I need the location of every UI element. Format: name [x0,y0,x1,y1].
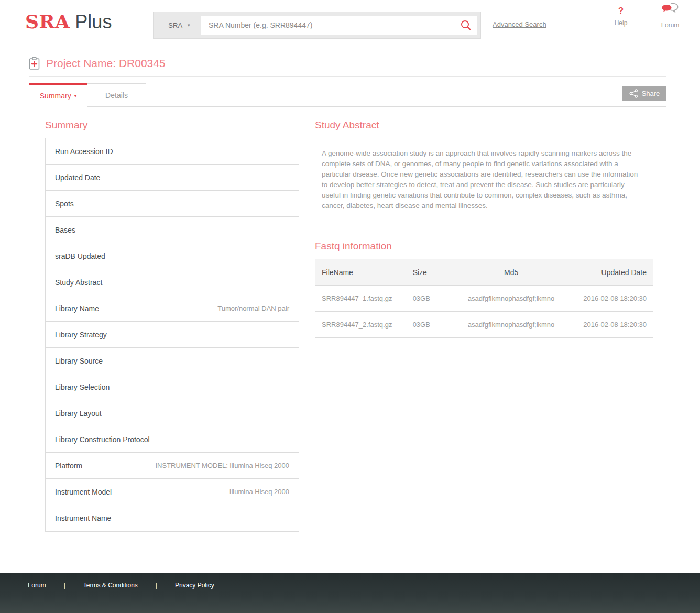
row-value: Illumina Hiseq 2000 [229,488,289,496]
row-value: Tumor/normal DAN pair [217,304,289,312]
tab-details-label: Details [105,91,128,100]
row-label: Bases [55,226,75,234]
search-input[interactable] [201,21,455,29]
col-header-size: Size [407,259,454,286]
row-label: Instrument Name [55,514,111,522]
col-header-md5: Md5 [454,259,568,286]
tab-summary[interactable]: Summary ▾ [29,83,88,107]
tab-summary-label: Summary [40,92,71,100]
summary-row-library-construction-protocol: Library Construction Protocol [46,426,299,453]
fastq-size: 03GB [407,286,454,312]
row-label: Library Layout [55,409,102,418]
fastq-filename: SRR894447_1.fastq.gz [315,286,407,312]
fastq-header-row: FileName Size Md5 Updated Date [315,259,653,286]
search-input-container [201,16,477,35]
fastq-row-2: SRR894447_2.fastq.gz 03GB asadfgflkmnoph… [315,312,653,338]
fastq-heading: Fastq information [315,240,653,252]
summary-row-library-layout: Library Layout [46,400,299,426]
row-label: Platform [55,462,82,470]
summary-row-run-accession-id: Run Accession ID [46,138,299,165]
footer-link-forum[interactable]: Forum [28,582,46,589]
logo-text-sra: SRA [25,10,70,32]
summary-row-bases: Bases [46,217,299,243]
search-category-dropdown[interactable]: SRA ▾ [157,16,201,35]
summary-row-updated-date: Updated Date [46,165,299,191]
summary-row-instrument-model: Instrument Model Illumina Hiseq 2000 [46,479,299,505]
study-abstract-text: A genome-wide association study is an ap… [315,138,653,221]
row-label: Library Strategy [55,331,107,339]
page-title: Project Name: DR00345 [46,57,166,70]
col-header-filename: FileName [315,259,407,286]
search-bar: SRA ▾ [153,12,481,39]
forum-button[interactable]: Forum [656,3,684,29]
app-logo[interactable]: SRA Plus [25,10,112,33]
row-label: Run Accession ID [55,147,113,156]
fastq-md5: asadfgflkmnophasdfgf;lkmno [454,312,568,338]
footer-separator: | [64,582,65,589]
summary-row-library-strategy: Library Strategy [46,322,299,348]
main-card: Summary Run Accession ID Updated Date Sp… [29,106,666,549]
col-header-updated-date: Updated Date [568,259,653,286]
detail-panel: Study Abstract A genome-wide association… [315,119,653,532]
project-title-row: Project Name: DR00345 [29,57,666,77]
help-button[interactable]: ? Help [610,6,632,27]
summary-row-spots: Spots [46,191,299,217]
summary-heading: Summary [45,119,299,131]
row-label: Library Construction Protocol [55,435,150,444]
row-label: Updated Date [55,173,100,182]
search-button[interactable] [455,19,477,31]
footer-link-terms[interactable]: Terms & Conditions [83,582,138,589]
header: SRA Plus SRA ▾ Advanced Search ? Help [0,0,700,50]
summary-row-instrument-name: Instrument Name [46,505,299,531]
row-label: Library Source [55,357,103,365]
row-label: Study Abstract [55,278,102,287]
search-category-value: SRA [168,21,182,29]
fastq-updated-date: 2016-02-08 18:20:30 [568,312,653,338]
footer-separator: | [156,582,157,589]
logo-text-plus: Plus [75,11,112,33]
forum-icon [661,3,679,16]
forum-label: Forum [656,21,684,29]
help-label: Help [610,19,632,27]
chevron-down-icon: ▾ [188,23,190,28]
share-button[interactable]: Share [622,86,666,101]
fastq-updated-date: 2016-02-08 18:20:30 [568,286,653,312]
fastq-table: FileName Size Md5 Updated Date SRR894447… [315,259,653,338]
search-icon [460,19,472,31]
row-label: Spots [55,200,74,208]
footer-link-privacy[interactable]: Privacy Policy [175,582,214,589]
fastq-filename: SRR894447_2.fastq.gz [315,312,407,338]
row-value: INSTRUMENT MODEL: illumina Hiseq 2000 [156,462,290,469]
fastq-size: 03GB [407,312,454,338]
summary-row-platform: Platform INSTRUMENT MODEL: illumina Hise… [46,453,299,479]
summary-list: Run Accession ID Updated Date Spots Base… [45,138,299,532]
row-label: Library Name [55,304,99,313]
chevron-down-icon: ▾ [74,93,77,98]
study-abstract-heading: Study Abstract [315,119,653,131]
help-icon: ? [610,6,632,16]
project-clipboard-icon [29,57,40,70]
summary-row-study-abstract: Study Abstract [46,269,299,295]
footer: Forum | Terms & Conditions | Privacy Pol… [0,573,700,613]
advanced-search-link[interactable]: Advanced Search [493,20,546,28]
summary-row-library-source: Library Source [46,348,299,374]
summary-row-library-selection: Library Selection [46,374,299,400]
tab-bar: Summary ▾ Details Share [29,83,666,107]
summary-row-sradb-updated: sraDB Updated [46,243,299,269]
share-icon [629,89,638,98]
row-label: sraDB Updated [55,252,105,260]
fastq-md5: asadfgflkmnophasdfgf;lkmno [454,286,568,312]
summary-row-library-name: Library Name Tumor/normal DAN pair [46,295,299,322]
share-label: Share [642,90,660,97]
summary-panel: Summary Run Accession ID Updated Date Sp… [45,119,299,532]
fastq-row-1: SRR894447_1.fastq.gz 03GB asadfgflkmnoph… [315,286,653,312]
row-label: Library Selection [55,383,110,391]
tab-details[interactable]: Details [88,83,146,107]
row-label: Instrument Model [55,488,112,496]
